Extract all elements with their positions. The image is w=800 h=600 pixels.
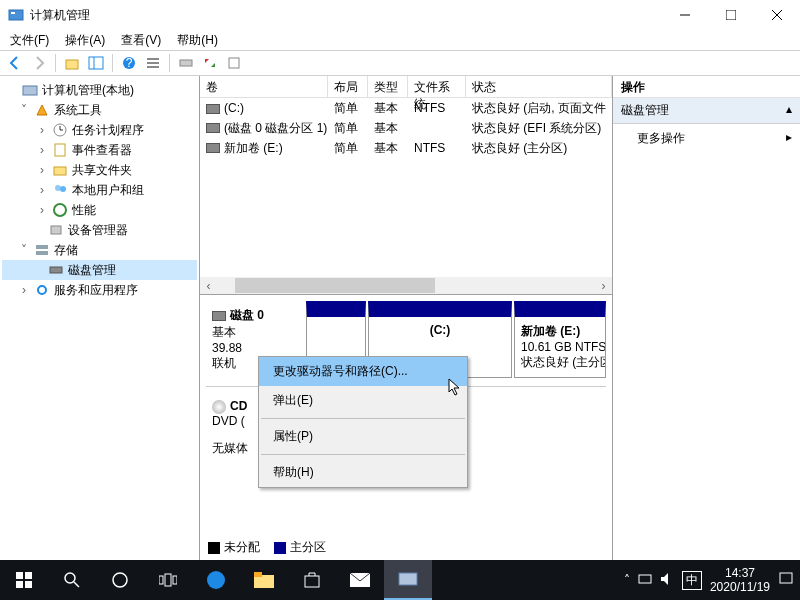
tree-root[interactable]: 计算机管理(本地) <box>2 80 197 100</box>
actions-pane: 操作 磁盘管理▴ 更多操作▸ <box>613 76 800 560</box>
scroll-left-icon[interactable]: ‹ <box>200 277 217 294</box>
list-row[interactable]: 新加卷 (E:) 简单 基本 NTFS 状态良好 (主分区) <box>200 138 612 158</box>
svg-rect-45 <box>399 573 417 585</box>
system-tray[interactable]: ˄ 中 14:37 2020/11/19 <box>624 566 800 595</box>
col-layout[interactable]: 布局 <box>328 76 368 98</box>
actions-section[interactable]: 磁盘管理▴ <box>613 98 800 124</box>
close-button[interactable] <box>754 0 800 30</box>
tray-volume-icon[interactable] <box>660 572 674 589</box>
chevron-right-icon: ▸ <box>786 130 792 147</box>
maximize-button[interactable] <box>708 0 754 30</box>
back-button[interactable] <box>4 52 26 74</box>
tree-users[interactable]: ›本地用户和组 <box>2 180 197 200</box>
mail-icon[interactable] <box>336 560 384 600</box>
tree-perf[interactable]: ›性能 <box>2 200 197 220</box>
ctx-change-drive-letter[interactable]: 更改驱动器号和路径(C)... <box>259 357 467 386</box>
search-button[interactable] <box>48 560 96 600</box>
chevron-right-icon[interactable]: › <box>36 183 48 197</box>
menu-action[interactable]: 操作(A) <box>65 32 105 49</box>
menu-view[interactable]: 查看(V) <box>121 32 161 49</box>
svg-point-40 <box>207 571 225 589</box>
taskbar[interactable]: ˄ 中 14:37 2020/11/19 <box>0 560 800 600</box>
svg-rect-11 <box>147 58 159 60</box>
list-body: (C:) 简单 基本 NTFS 状态良好 (启动, 页面文件 (磁盘 0 磁盘分… <box>200 98 612 277</box>
actions-more[interactable]: 更多操作▸ <box>613 124 800 153</box>
tree-devmgr[interactable]: 设备管理器 <box>2 220 197 240</box>
legend-primary-icon <box>274 542 286 554</box>
svg-rect-3 <box>726 10 736 20</box>
up-button[interactable] <box>61 52 83 74</box>
partition-e[interactable]: 新加卷 (E:) 10.61 GB NTFS 状态良好 (主分区 <box>514 301 606 378</box>
menubar: 文件(F) 操作(A) 查看(V) 帮助(H) <box>0 30 800 50</box>
tray-chevron-icon[interactable]: ˄ <box>624 573 630 587</box>
edge-icon[interactable] <box>192 560 240 600</box>
list-row[interactable]: (磁盘 0 磁盘分区 1) 简单 基本 状态良好 (EFI 系统分区) <box>200 118 612 138</box>
ctx-eject[interactable]: 弹出(E) <box>259 386 467 415</box>
svg-rect-13 <box>147 66 159 68</box>
scrollbar-thumb[interactable] <box>235 278 435 293</box>
col-type[interactable]: 类型 <box>368 76 408 98</box>
chevron-right-icon[interactable]: › <box>36 163 48 177</box>
chevron-right-icon[interactable]: › <box>36 123 48 137</box>
forward-button[interactable] <box>28 52 50 74</box>
cdrom-icon <box>212 400 226 414</box>
tree-eventviewer[interactable]: ›事件查看器 <box>2 140 197 160</box>
menu-help[interactable]: 帮助(H) <box>177 32 218 49</box>
legend-unallocated-icon <box>208 542 220 554</box>
show-hide-tree-button[interactable] <box>85 52 107 74</box>
chevron-down-icon[interactable]: ˅ <box>18 243 30 257</box>
toolbar-separator <box>169 54 170 72</box>
tray-network-icon[interactable] <box>638 572 652 589</box>
svg-rect-6 <box>66 60 78 69</box>
disk-button[interactable] <box>175 52 197 74</box>
tree-diskmgmt[interactable]: 磁盘管理 <box>2 260 197 280</box>
tray-notifications-icon[interactable] <box>778 571 794 590</box>
chevron-right-icon[interactable]: › <box>36 143 48 157</box>
volume-list[interactable]: 卷 布局 类型 文件系统 状态 (C:) 简单 基本 NTFS 状态良好 (启动… <box>200 76 612 294</box>
list-row[interactable]: (C:) 简单 基本 NTFS 状态良好 (启动, 页面文件 <box>200 98 612 118</box>
navigation-tree[interactable]: 计算机管理(本地) ˅系统工具 ›任务计划程序 ›事件查看器 ›共享文件夹 ›本… <box>0 76 200 560</box>
col-volume[interactable]: 卷 <box>200 76 328 98</box>
svg-rect-0 <box>9 10 23 20</box>
cortana-button[interactable] <box>96 560 144 600</box>
tree-scheduler[interactable]: ›任务计划程序 <box>2 120 197 140</box>
chevron-right-icon[interactable]: › <box>18 283 30 297</box>
tray-clock[interactable]: 14:37 2020/11/19 <box>710 566 770 595</box>
svg-rect-25 <box>51 226 61 234</box>
menu-file[interactable]: 文件(F) <box>10 32 49 49</box>
tree-shared[interactable]: ›共享文件夹 <box>2 160 197 180</box>
ctx-help[interactable]: 帮助(H) <box>259 458 467 487</box>
col-status[interactable]: 状态 <box>466 76 612 98</box>
chevron-down-icon[interactable]: ˅ <box>18 103 30 117</box>
chevron-right-icon[interactable]: › <box>36 203 48 217</box>
taskview-button[interactable] <box>144 560 192 600</box>
window-titlebar: 计算机管理 <box>0 0 800 30</box>
svg-point-24 <box>54 204 66 216</box>
refresh-button[interactable] <box>199 52 221 74</box>
settings-button[interactable] <box>223 52 245 74</box>
tree-systools[interactable]: ˅系统工具 <box>2 100 197 120</box>
tray-ime[interactable]: 中 <box>682 571 702 590</box>
svg-rect-31 <box>25 572 32 579</box>
svg-rect-28 <box>50 267 62 273</box>
horizontal-scrollbar[interactable]: ‹ › <box>200 277 612 294</box>
start-button[interactable] <box>0 560 48 600</box>
minimize-button[interactable] <box>662 0 708 30</box>
scroll-right-icon[interactable]: › <box>595 277 612 294</box>
svg-rect-39 <box>173 576 177 584</box>
explorer-icon[interactable] <box>240 560 288 600</box>
collapse-icon[interactable]: ▴ <box>786 102 792 119</box>
col-fs[interactable]: 文件系统 <box>408 76 466 98</box>
volume-icon <box>206 143 220 153</box>
tree-storage[interactable]: ˅存储 <box>2 240 197 260</box>
disk-icon <box>212 311 226 321</box>
store-icon[interactable] <box>288 560 336 600</box>
ctx-properties[interactable]: 属性(P) <box>259 422 467 451</box>
svg-point-22 <box>55 185 61 191</box>
svg-rect-26 <box>36 245 48 249</box>
app-icon <box>8 7 24 23</box>
tree-services[interactable]: ›服务和应用程序 <box>2 280 197 300</box>
list-button[interactable] <box>142 52 164 74</box>
compmgmt-taskbar-icon[interactable] <box>384 560 432 600</box>
help-button[interactable]: ? <box>118 52 140 74</box>
